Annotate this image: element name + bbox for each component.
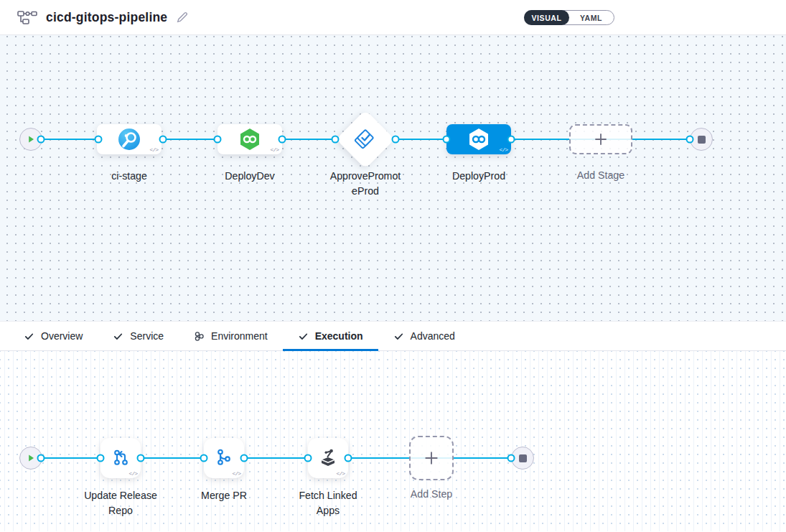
connector-port[interactable]: [95, 136, 103, 144]
toggle-visual[interactable]: VISUAL: [524, 10, 569, 25]
visual-yaml-toggle: VISUAL YAML: [524, 10, 614, 25]
step-label: Fetch Linked Apps: [287, 488, 369, 519]
add-stage-label: Add Stage: [556, 168, 645, 183]
connector-port[interactable]: [214, 136, 222, 144]
connector-port[interactable]: [507, 454, 515, 462]
tab-label: Service: [130, 330, 164, 342]
stage-config-tabs: Overview Service Environment Execution A…: [0, 321, 786, 351]
code-view-icon[interactable]: </>: [337, 470, 345, 477]
add-step-button[interactable]: [409, 436, 454, 480]
stage-label: ApprovePromoteProd: [328, 169, 403, 200]
tab-label: Overview: [41, 330, 83, 342]
pipeline-graph-icon: [17, 10, 37, 24]
tab-service[interactable]: Service: [98, 322, 179, 350]
edit-pencil-icon[interactable]: [176, 11, 189, 24]
check-icon: [298, 331, 309, 342]
step-node-merge-pr[interactable]: </>: [204, 438, 244, 478]
git-branch-icon: [212, 447, 235, 470]
stage-node-deploydev[interactable]: </>: [217, 124, 282, 154]
connector-port[interactable]: [37, 136, 45, 144]
connector-port[interactable]: [392, 136, 400, 144]
tab-label: Environment: [211, 330, 268, 342]
tab-advanced[interactable]: Advanced: [378, 322, 470, 350]
connector-port[interactable]: [345, 454, 352, 462]
stage-label: DeployDev: [205, 169, 294, 184]
stage-label: ci-stage: [85, 169, 174, 184]
plus-icon: [424, 450, 439, 466]
connector-port[interactable]: [443, 136, 451, 144]
tab-label: Advanced: [411, 330, 455, 342]
cd-hexagon-infinity-icon: [467, 127, 491, 151]
connector-port[interactable]: [97, 454, 105, 462]
check-icon: [113, 331, 123, 342]
toggle-yaml[interactable]: YAML: [569, 11, 614, 24]
ci-orbit-icon: [118, 128, 141, 151]
connector-port[interactable]: [200, 454, 208, 462]
add-step-label: Add Step: [387, 487, 476, 502]
connector-port[interactable]: [37, 454, 45, 462]
stage-canvas: </> </> </>: [0, 35, 786, 321]
add-stage-button[interactable]: [569, 124, 632, 154]
pipeline-header: cicd-gitops-pipeline VISUAL YAML: [0, 0, 786, 35]
environment-cluster-icon: [194, 331, 205, 342]
connector-port[interactable]: [686, 136, 694, 144]
plus-icon: [594, 132, 608, 146]
tab-label: Execution: [315, 330, 363, 342]
tab-execution[interactable]: Execution: [283, 322, 378, 350]
cd-hexagon-infinity-icon: [238, 127, 262, 151]
code-view-icon[interactable]: </>: [150, 146, 158, 153]
connector-port[interactable]: [304, 454, 312, 462]
execution-canvas: </> </> </>: [0, 351, 786, 531]
connector-port[interactable]: [279, 136, 286, 144]
pipeline-title: cicd-gitops-pipeline: [46, 10, 167, 25]
connector-port[interactable]: [332, 136, 340, 144]
connector-port[interactable]: [240, 454, 248, 462]
play-icon: [27, 135, 35, 144]
tab-environment[interactable]: Environment: [179, 322, 283, 350]
check-icon: [24, 331, 34, 342]
connector-port[interactable]: [507, 136, 515, 144]
crate-claw-icon: [317, 447, 340, 470]
code-view-icon[interactable]: </>: [129, 470, 137, 477]
step-node-update-release-repo[interactable]: </>: [100, 438, 141, 478]
code-view-icon[interactable]: </>: [233, 470, 240, 477]
stop-icon: [519, 454, 527, 462]
connector-port[interactable]: [159, 136, 167, 144]
git-update-icon: [109, 447, 132, 470]
connector-port[interactable]: [137, 454, 145, 462]
stage-label: DeployProd: [434, 169, 523, 184]
code-view-icon[interactable]: </>: [271, 146, 279, 153]
step-node-fetch-linked-apps[interactable]: </>: [308, 438, 348, 478]
check-icon: [393, 331, 404, 342]
stage-node-approvepromoteprod[interactable]: [336, 110, 395, 169]
tab-overview[interactable]: Overview: [9, 322, 98, 350]
step-label: Merge PR: [179, 488, 268, 503]
step-label: Update Release Repo: [80, 488, 162, 519]
play-icon: [27, 454, 35, 462]
stop-icon: [698, 136, 706, 144]
code-view-icon[interactable]: </>: [500, 146, 507, 153]
stage-node-ci-stage[interactable]: </>: [97, 124, 162, 154]
stage-node-deployprod[interactable]: </>: [446, 124, 511, 154]
